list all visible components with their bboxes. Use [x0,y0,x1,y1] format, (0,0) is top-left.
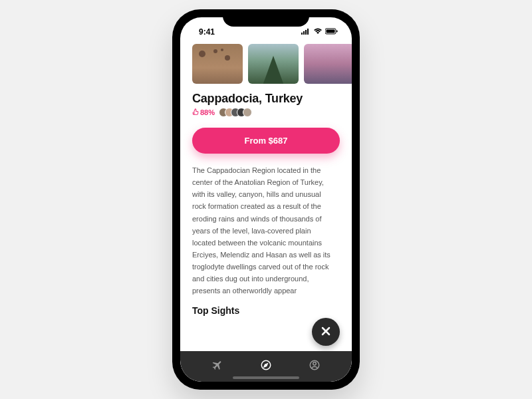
rating-row: 88% [192,108,340,117]
content-scroll-area[interactable]: Cappadocia, Turkey 88% [180,40,352,351]
device-notch [223,9,309,27]
tab-flights[interactable] [211,359,223,374]
svg-rect-5 [327,30,335,33]
compass-icon [260,359,272,374]
battery-icon [325,27,338,37]
svg-rect-3 [307,29,309,35]
tab-profile[interactable] [309,359,321,374]
status-indicators [301,27,338,37]
svg-rect-2 [305,30,307,35]
user-icon [309,359,321,374]
airplane-icon [211,359,223,374]
close-icon [321,325,331,339]
status-time: 9:41 [199,27,215,37]
wifi-icon [313,27,323,37]
friend-avatars[interactable] [219,108,252,117]
home-indicator[interactable] [233,376,299,379]
close-button[interactable] [312,318,340,346]
svg-rect-0 [301,33,303,35]
rating-badge: 88% [192,108,215,116]
photo-gallery[interactable] [180,40,352,89]
destination-title: Cappadocia, Turkey [192,92,340,106]
svg-rect-1 [303,31,305,35]
cellular-signal-icon [301,27,311,37]
top-sights-heading: Top Sights [180,297,352,319]
book-from-price-button[interactable]: From $687 [192,128,340,154]
phone-device-frame: 9:41 Cappadocia, Turkey [172,9,360,390]
destination-header: Cappadocia, Turkey 88% [180,89,352,118]
bottom-tab-bar [180,351,352,382]
destination-description: The Cappadocian Region located in the ce… [180,162,352,297]
gallery-photo[interactable] [192,44,243,84]
gallery-photo[interactable] [248,44,299,84]
screen: 9:41 Cappadocia, Turkey [180,17,352,382]
svg-point-9 [313,362,316,366]
tab-explore[interactable] [260,359,272,374]
gallery-photo[interactable] [304,44,352,84]
thumbs-up-icon [192,108,199,116]
rating-percent: 88% [200,108,215,116]
avatar [243,108,252,117]
svg-rect-6 [336,31,338,33]
